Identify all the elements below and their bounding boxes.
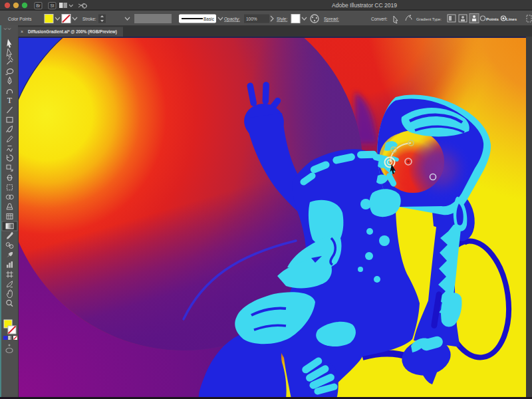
svg-text:Stroke:: Stroke: — [82, 17, 96, 21]
svg-text:Convert:: Convert: — [371, 17, 388, 21]
svg-text:Points: Points — [486, 17, 499, 21]
svg-text:Br: Br — [36, 3, 41, 8]
svg-text:×: × — [21, 29, 23, 34]
svg-text:Basic: Basic — [203, 17, 215, 21]
svg-text:Color Points: Color Points — [8, 17, 32, 21]
svg-text:Opacity:: Opacity: — [224, 17, 240, 22]
svg-text:Spread:: Spread: — [324, 17, 339, 22]
svg-text:Lines: Lines — [506, 17, 517, 21]
svg-text:St: St — [50, 3, 54, 8]
svg-text:T: T — [7, 96, 13, 105]
svg-text:Gradient Type:: Gradient Type: — [416, 17, 442, 21]
svg-text:DiffusionGradient.ai* @ 200% (: DiffusionGradient.ai* @ 200% (RGB/Previe… — [28, 29, 117, 35]
svg-text:Adobe Illustrator CC 2019: Adobe Illustrator CC 2019 — [332, 2, 397, 9]
svg-text:100%: 100% — [246, 17, 257, 21]
svg-text:Style:: Style: — [277, 17, 287, 22]
